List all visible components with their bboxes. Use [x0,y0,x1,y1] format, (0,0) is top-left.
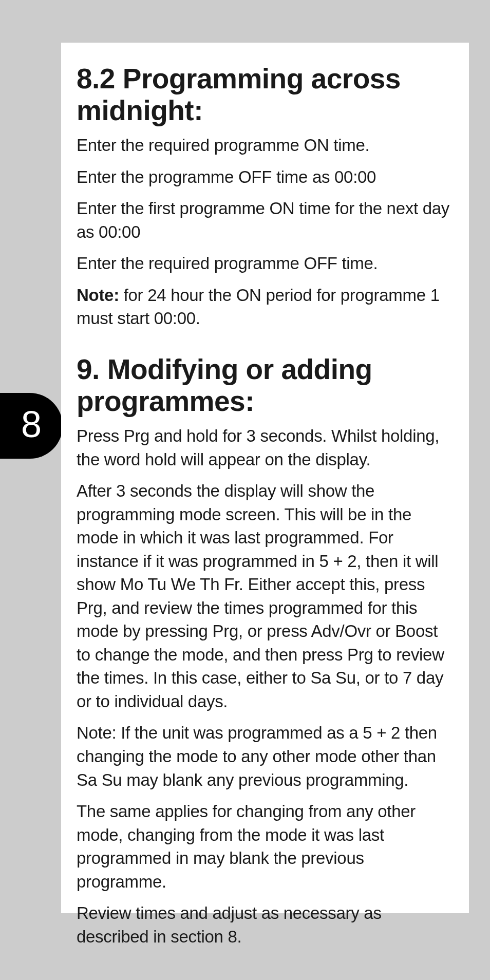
body-text: Review times and adjust as necessary as … [77,901,454,948]
body-text: Note: If the unit was programmed as a 5 … [77,721,454,791]
note-text: Note: for 24 hour the ON period for prog… [77,284,454,330]
note-label: Note: [77,286,119,305]
section-heading-8-2: 8.2 Programming across midnight: [77,63,454,126]
document-page: 8.2 Programming across midnight: Enter t… [61,43,469,913]
body-text: Enter the programme OFF time as 00:00 [77,165,454,189]
body-text: Enter the first programme ON time for th… [77,197,454,243]
page-tab: 8 [0,393,63,459]
section-heading-9: 9. Modifying or adding programmes: [77,354,454,417]
body-text: Enter the required programme OFF time. [77,252,454,275]
body-text: The same applies for changing from any o… [77,800,454,893]
body-text: After 3 seconds the display will show th… [77,479,454,713]
body-text: Enter the required programme ON time. [77,134,454,157]
note-body: for 24 hour the ON period for programme … [77,286,440,328]
body-text: Press Prg and hold for 3 seconds. Whilst… [77,424,454,471]
